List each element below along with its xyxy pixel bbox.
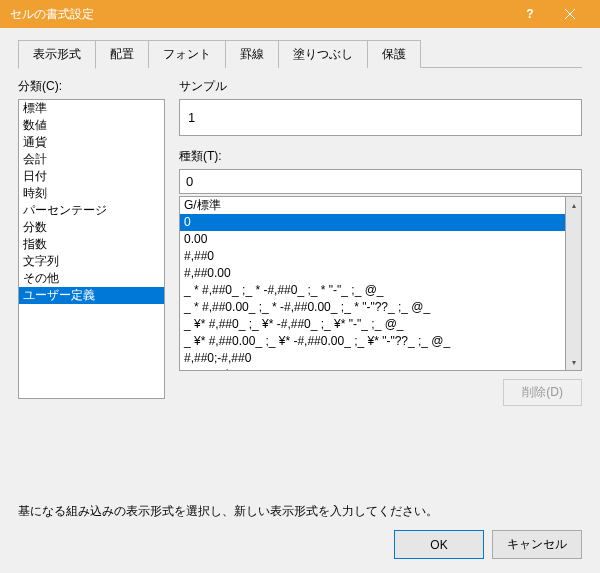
scrollbar[interactable]: ▴ ▾ [566, 196, 582, 371]
format-item[interactable]: #,##0 [180, 248, 565, 265]
category-item[interactable]: 指数 [19, 236, 164, 253]
tab-label: 配置 [110, 47, 134, 61]
format-item[interactable]: 0 [180, 214, 565, 231]
category-column: 分類(C): 標準数値通貨会計日付時刻パーセンテージ分数指数文字列その他ユーザー… [18, 78, 165, 489]
ok-label: OK [430, 538, 447, 552]
category-item[interactable]: 分数 [19, 219, 164, 236]
tab-bar: 表示形式 配置 フォント 罫線 塗りつぶし 保護 [18, 40, 582, 68]
cancel-button[interactable]: キャンセル [492, 530, 582, 559]
category-item[interactable]: その他 [19, 270, 164, 287]
tab-alignment[interactable]: 配置 [95, 40, 149, 68]
type-label: 種類(T): [179, 148, 582, 165]
format-item[interactable]: 0.00 [180, 231, 565, 248]
category-item[interactable]: 数値 [19, 117, 164, 134]
tab-font[interactable]: フォント [148, 40, 226, 68]
delete-row: 削除(D) [179, 379, 582, 406]
cancel-label: キャンセル [507, 537, 567, 551]
delete-button: 削除(D) [503, 379, 582, 406]
sample-value: 1 [188, 110, 195, 125]
right-column: サンプル 1 種類(T): G/標準00.00#,##0#,##0.00_ * … [179, 78, 582, 489]
category-label: 分類(C): [18, 78, 165, 95]
tab-label: 罫線 [240, 47, 264, 61]
format-item[interactable]: _ * #,##0.00_ ;_ * -#,##0.00_ ;_ * "-"??… [180, 299, 565, 316]
category-item[interactable]: 時刻 [19, 185, 164, 202]
category-item[interactable]: 標準 [19, 100, 164, 117]
titlebar: セルの書式設定 ? [0, 0, 600, 28]
scroll-down-icon[interactable]: ▾ [566, 354, 581, 370]
window-title: セルの書式設定 [10, 6, 510, 23]
tab-label: 保護 [382, 47, 406, 61]
category-listbox[interactable]: 標準数値通貨会計日付時刻パーセンテージ分数指数文字列その他ユーザー定義 [18, 99, 165, 399]
close-icon [565, 9, 575, 19]
tab-label: 表示形式 [33, 47, 81, 61]
format-item[interactable]: #,##0;-#,##0 [180, 350, 565, 367]
type-input[interactable] [179, 169, 582, 194]
tab-border[interactable]: 罫線 [225, 40, 279, 68]
tab-label: フォント [163, 47, 211, 61]
category-item[interactable]: ユーザー定義 [19, 287, 164, 304]
format-item[interactable]: _ ¥* #,##0.00_ ;_ ¥* -#,##0.00_ ;_ ¥* "-… [180, 333, 565, 350]
format-item[interactable]: #,##0;[赤]-#,##0 [180, 367, 565, 371]
tab-fill[interactable]: 塗りつぶし [278, 40, 368, 68]
format-list-wrap: G/標準00.00#,##0#,##0.00_ * #,##0_ ;_ * -#… [179, 196, 582, 371]
category-item[interactable]: 会計 [19, 151, 164, 168]
format-item[interactable]: #,##0.00 [180, 265, 565, 282]
category-item[interactable]: 日付 [19, 168, 164, 185]
scroll-up-icon[interactable]: ▴ [566, 197, 581, 213]
footer: OK キャンセル [18, 520, 582, 559]
format-item[interactable]: G/標準 [180, 197, 565, 214]
sample-label: サンプル [179, 78, 582, 95]
hint-text: 基になる組み込みの表示形式を選択し、新しい表示形式を入力してください。 [18, 503, 582, 520]
category-item[interactable]: 文字列 [19, 253, 164, 270]
client-area: 表示形式 配置 フォント 罫線 塗りつぶし 保護 分類(C): 標準数値通貨会計… [0, 28, 600, 573]
tab-format[interactable]: 表示形式 [18, 40, 96, 69]
format-item[interactable]: _ * #,##0_ ;_ * -#,##0_ ;_ * "-"_ ;_ @_ [180, 282, 565, 299]
content-area: 分類(C): 標準数値通貨会計日付時刻パーセンテージ分数指数文字列その他ユーザー… [18, 68, 582, 489]
sample-box: 1 [179, 99, 582, 136]
category-item[interactable]: パーセンテージ [19, 202, 164, 219]
titlebar-help-button[interactable]: ? [510, 0, 550, 28]
format-listbox[interactable]: G/標準00.00#,##0#,##0.00_ * #,##0_ ;_ * -#… [179, 196, 566, 371]
tab-protection[interactable]: 保護 [367, 40, 421, 68]
format-item[interactable]: _ ¥* #,##0_ ;_ ¥* -#,##0_ ;_ ¥* "-"_ ;_ … [180, 316, 565, 333]
titlebar-close-button[interactable] [550, 0, 590, 28]
delete-label: 削除(D) [522, 385, 563, 399]
ok-button[interactable]: OK [394, 530, 484, 559]
category-item[interactable]: 通貨 [19, 134, 164, 151]
tab-label: 塗りつぶし [293, 47, 353, 61]
